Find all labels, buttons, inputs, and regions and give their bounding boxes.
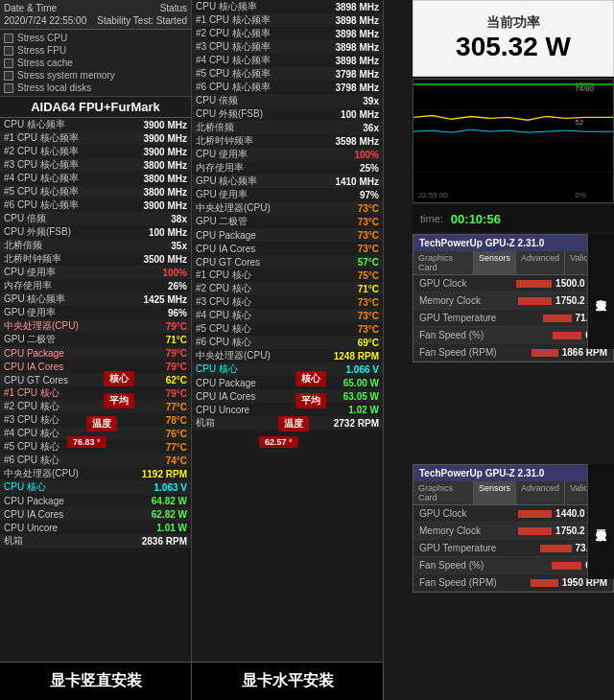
data-label: #1 CPU 核心频率 (4, 131, 79, 145)
checkbox-box-cache[interactable] (4, 58, 13, 68)
data-label: CPU Uncore (4, 523, 58, 533)
data-row: CPU 外频(FSB)100 MHz (192, 107, 383, 121)
data-label: 北桥时钟频率 (196, 134, 253, 148)
data-row: CPU 倍频39x (192, 94, 383, 107)
data-row: CPU 核心频率3900 MHz (0, 118, 191, 131)
checkbox-stress-cpu[interactable]: Stress CPU (4, 32, 187, 44)
data-value: 62.82 W (152, 509, 187, 520)
checkbox-stress-memory[interactable]: Stress system memory (4, 69, 187, 82)
left-overlay-temp: 温度 (86, 416, 117, 432)
data-label: #1 CPU 核心频率 (196, 13, 271, 27)
data-value: 1.01 W (156, 523, 187, 533)
checkbox-stress-fpu[interactable]: Stress FPU (4, 44, 187, 57)
gpuz-bar (552, 562, 582, 570)
data-label: CPU IA Cores (4, 362, 63, 372)
data-label: GPU 二极管 (4, 333, 56, 346)
data-row: #2 CPU 核心频率3898 MHz (192, 27, 383, 40)
data-label: CPU 核心 (4, 480, 46, 494)
gpuz-panel-1: TechPowerUp GPU-Z 2.31.0Graphics CardSen… (413, 234, 614, 362)
gpuz-key: GPU Clock (419, 508, 466, 519)
gpuz-bar (543, 315, 572, 322)
gpuz-tab[interactable]: Graphics Card (413, 481, 474, 504)
data-row: GPU 核心频率1425 MHz (0, 292, 191, 306)
gpuz-tabs[interactable]: Graphics CardSensorsAdvancedValidation (413, 481, 613, 505)
data-label: 中央处理器(CPU) (196, 349, 271, 362)
data-value: 73°C (358, 230, 379, 241)
data-label: 机箱 (196, 416, 215, 430)
side-label-vertical: 显卡竖直安装 (587, 234, 614, 349)
data-value: 26% (168, 281, 187, 292)
data-label: CPU 使用率 (196, 148, 248, 161)
data-row: #4 CPU 核心频率3800 MHz (0, 172, 191, 185)
side-label-horizontal: 显卡水平安装 (587, 464, 614, 579)
checkbox-stress-cache[interactable]: Stress cache (4, 57, 187, 69)
checkbox-label-disks: Stress local disks (17, 82, 91, 93)
data-label: #6 CPU 核心频率 (196, 81, 271, 94)
data-value: 3898 MHz (335, 2, 379, 12)
gpuz-tab[interactable]: Advanced (516, 481, 565, 504)
svg-text:100%: 100% (575, 81, 594, 89)
data-row: CPU Package79°C (0, 346, 191, 360)
data-value: 2732 RPM (334, 418, 379, 429)
gpuz-tab[interactable]: Sensors (474, 251, 516, 274)
gpuz-tab[interactable]: Sensors (474, 481, 516, 504)
gpuz-bar (531, 349, 558, 357)
data-row: 北桥时钟频率3500 MHz (0, 252, 191, 266)
data-row: GPU 核心频率1410 MHz (192, 175, 383, 188)
data-value: 73°C (358, 244, 379, 254)
checkbox-group: Stress CPU Stress FPU Stress cache Stres… (0, 30, 191, 97)
data-label: #3 CPU 核心 (4, 413, 59, 427)
data-value: 3900 MHz (143, 147, 187, 157)
gpuz-tabs[interactable]: Graphics CardSensorsAdvancedValidation (413, 251, 613, 275)
data-label: #5 CPU 核心频率 (4, 185, 79, 198)
data-value: 96% (168, 308, 187, 318)
gpuz-bar (540, 545, 572, 552)
left-overlay-core: 核心 (104, 371, 134, 386)
gpuz-tab[interactable]: Advanced (516, 251, 565, 274)
data-row: GPU 使用率97% (192, 188, 383, 201)
data-value: 64.82 W (152, 496, 187, 506)
data-row: CPU Package64.82 W (0, 494, 191, 507)
data-value: 73°C (358, 297, 379, 308)
data-label: GPU 核心频率 (196, 175, 257, 188)
gpuz-key: Fan Speed (%) (419, 560, 484, 571)
data-label: CPU IA Cores (196, 391, 255, 402)
data-label: CPU 倍频 (196, 94, 238, 107)
left-data-panel: CPU 核心频率3900 MHz#1 CPU 核心频率3900 MHz#2 CP… (0, 118, 191, 548)
timer-label: time: (420, 213, 443, 224)
data-label: #3 CPU 核心频率 (196, 40, 271, 54)
data-label: #1 CPU 核心 (196, 268, 251, 282)
data-label: #2 CPU 核心频率 (4, 145, 79, 158)
svg-text:22:55:00: 22:55:00 (418, 191, 448, 199)
checkbox-stress-disks[interactable]: Stress local disks (4, 82, 187, 94)
gpuz-row: GPU Temperature73.0 °C (413, 540, 613, 557)
graph-area: 74/80 52 100% 0% 22:55:00 (413, 79, 614, 203)
data-label: #5 CPU 核心 (196, 322, 251, 336)
checkbox-box-cpu[interactable] (4, 34, 13, 43)
data-value: 57°C (358, 257, 379, 268)
data-row: CPU IA Cores79°C (0, 360, 191, 373)
data-value: 3898 MHz (335, 15, 379, 26)
data-label: GPU 使用率 (196, 188, 248, 201)
checkbox-box-disks[interactable] (4, 83, 13, 93)
right-overlay-avg: 平均 (295, 393, 326, 408)
data-label: GPU 核心频率 (4, 292, 65, 306)
checkbox-label-cache: Stress cache (17, 58, 73, 68)
checkbox-box-memory[interactable] (4, 71, 13, 81)
data-label: CPU 核心 (196, 362, 238, 376)
gpuz-tab[interactable]: Graphics Card (413, 251, 474, 274)
data-label: CPU 使用率 (4, 266, 56, 279)
data-value: 73°C (358, 324, 379, 335)
data-value: 100 MHz (341, 109, 379, 120)
right-panel: 当前功率 305.32 W 74/80 52 100% 0% 22:55:00 … (384, 0, 614, 700)
gpuz-row: GPU Clock1500.0 MHz (413, 275, 613, 292)
data-label: #3 CPU 核心 (196, 295, 251, 309)
data-label: CPU Package (4, 496, 64, 506)
aida-title: AIDA64 FPU+FurMark (0, 97, 191, 118)
svg-text:0%: 0% (575, 191, 585, 199)
checkbox-box-fpu[interactable] (4, 46, 13, 56)
data-value: 3900 MHz (143, 133, 187, 144)
bottom-label-horizontal-text: 显卡水平安装 (242, 671, 334, 691)
data-row: CPU 外频(FSB)100 MHz (0, 225, 191, 239)
data-row: #6 CPU 核心69°C (192, 336, 383, 349)
